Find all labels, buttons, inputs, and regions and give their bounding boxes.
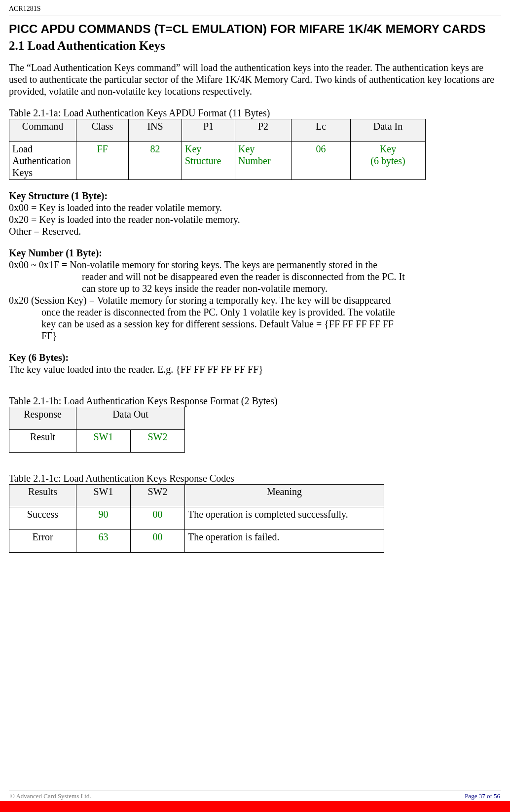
th-command: Command [9,119,76,142]
table2-caption: Table 2.1-1b: Load Authentication Keys R… [9,395,501,407]
header-rule [9,15,501,15]
td-r1-s1: 63 [76,530,131,553]
kn-b2: once the reader is disconnected from the… [9,306,501,318]
td-ins: 82 [129,142,182,180]
table-row: Load Authentication Keys FF 82 Key Struc… [9,142,426,180]
td-class: FF [76,142,129,180]
body-content: The “Load Authentication Keys command” w… [9,62,501,553]
td-r0-m: The operation is completed successfully. [185,507,384,530]
ks-l3: Other = Reserved. [9,225,501,237]
td-datain-l1: Key [380,143,396,154]
footer-rule [9,790,501,790]
td-cmd: Load Authentication Keys [9,142,76,180]
table-row: Response Data Out [9,407,185,430]
td-result: Result [9,430,76,453]
th-response: Response [9,407,76,430]
td-r1-m: The operation is failed. [185,530,384,553]
td-r1: Error [9,530,76,553]
footer: © Advanced Card Systems Ltd. Page 37 of … [0,790,510,812]
th-results: Results [9,485,76,507]
header-model: ACR1281S [9,5,501,13]
footer-copyright: © Advanced Card Systems Ltd. [10,792,91,800]
kn-a1: 0x00 ~ 0x1F = Non-volatile memory for st… [9,259,501,271]
td-datain-l2: (6 bytes) [370,155,405,166]
td-r0: Success [9,507,76,530]
ks-l2: 0x20 = Key is loaded into the reader non… [9,213,501,225]
footer-page: Page 37 of 56 [465,792,500,800]
table-response-codes: Results SW1 SW2 Meaning Success 90 00 Th… [9,484,384,553]
td-sw2: SW2 [131,430,185,453]
th-lc: Lc [291,119,351,142]
th-class: Class [76,119,129,142]
td-r1-s2: 00 [131,530,185,553]
table-row: Command Class INS P1 P2 Lc Data In [9,119,426,142]
table-apdu-format: Command Class INS P1 P2 Lc Data In Load … [9,119,426,180]
th-ins: INS [129,119,182,142]
table-row: Results SW1 SW2 Meaning [9,485,384,507]
th-p2: P2 [235,119,291,142]
th-sw2: SW2 [131,485,185,507]
footer-red-bar [0,801,510,812]
td-sw1: SW1 [76,430,131,453]
td-p1: Key Structure [182,142,235,180]
td-lc: 06 [291,142,351,180]
kn-b4: FF} [9,330,501,342]
td-p2: Key Number [235,142,291,180]
table-row: Error 63 00 The operation is failed. [9,530,384,553]
td-r0-s1: 90 [76,507,131,530]
kn-a2: reader and will not be disappeared even … [9,271,501,282]
th-sw1: SW1 [76,485,131,507]
kn-title: Key Number (1 Byte): [9,247,501,259]
th-datain: Data In [351,119,426,142]
kn-b1: 0x20 (Session Key) = Volatile memory for… [9,294,501,306]
th-dataout: Data Out [76,407,185,430]
intro-paragraph: The “Load Authentication Keys command” w… [9,62,501,97]
td-r0-s2: 00 [131,507,185,530]
ks-title: Key Structure (1 Byte): [9,190,501,202]
key6-title: Key (6 Bytes): [9,352,501,363]
table3-caption: Table 2.1-1c: Load Authentication Keys R… [9,472,501,484]
th-p1: P1 [182,119,235,142]
th-meaning: Meaning [185,485,384,507]
heading-sub: 2.1 Load Authentication Keys [9,39,501,53]
kn-a3: can store up to 32 keys inside the reade… [9,282,501,294]
heading-main: PICC APDU COMMANDS (T=CL EMULATION) FOR … [9,22,501,36]
key6-l1: The key value loaded into the reader. E.… [9,363,501,375]
ks-l1: 0x00 = Key is loaded into the reader vol… [9,202,501,213]
table1-caption: Table 2.1-1a: Load Authentication Keys A… [9,107,501,119]
kn-b3: key can be used as a session key for dif… [9,318,501,330]
table-row: Success 90 00 The operation is completed… [9,507,384,530]
table-row: Result SW1 SW2 [9,430,185,453]
page: ACR1281S PICC APDU COMMANDS (T=CL EMULAT… [0,0,510,812]
td-datain: Key (6 bytes) [351,142,426,180]
table-response-format: Response Data Out Result SW1 SW2 [9,407,185,453]
